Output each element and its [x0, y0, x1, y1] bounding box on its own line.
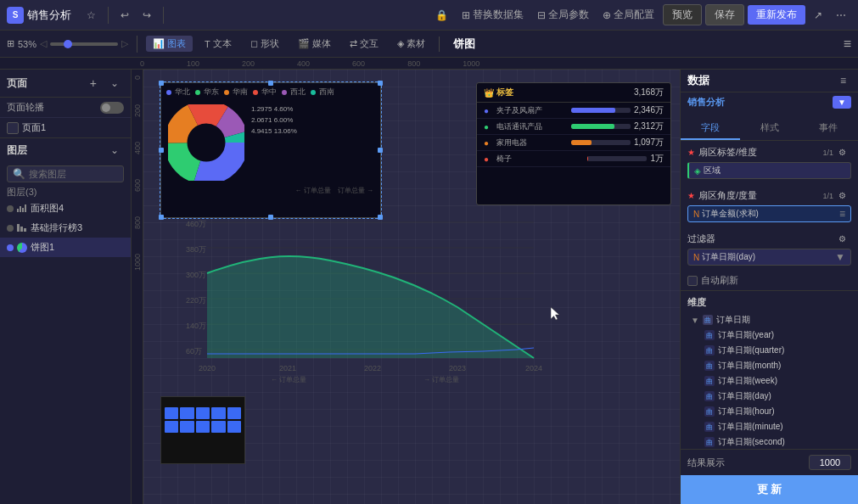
canvas-area[interactable]: 0 200 400 600 800 1000	[132, 70, 680, 504]
sidebar-pages-header: 页面 + ⌄	[0, 70, 131, 98]
undo-button[interactable]: ↩	[115, 8, 134, 23]
interaction-type-btn[interactable]: ⇄ 交互	[343, 36, 385, 52]
thumb-cell-1	[165, 407, 178, 419]
preview-button[interactable]: 预览	[663, 4, 702, 25]
dim-sub-icon: 曲	[704, 330, 715, 340]
rp-data-source: 销售分析	[687, 96, 725, 109]
cat-icon: ●	[484, 106, 492, 115]
segment-label-field-badge[interactable]: ◈ 区域	[687, 162, 851, 179]
cat-bar-bg	[587, 156, 647, 161]
auto-refresh-checkbox[interactable]	[687, 276, 698, 286]
auto-refresh-row[interactable]: 自动刷新	[681, 271, 858, 290]
rp-segment-label-section: ★ 扇区标签/维度 1/1 ⚙ ◈ 区域	[681, 141, 858, 184]
text-type-btn[interactable]: T 文本	[198, 36, 238, 52]
layer-item-bar[interactable]: 基础排行榜3	[0, 218, 131, 238]
ruler-v-tick-200: 200	[133, 103, 142, 119]
layer-item-area[interactable]: 面积图4	[0, 199, 131, 218]
global-param-button[interactable]: ⊟ 全局参数	[532, 6, 594, 24]
save-button[interactable]: 保存	[705, 4, 744, 25]
sep2	[163, 7, 164, 24]
material-type-btn[interactable]: ◈ 素材	[390, 36, 432, 52]
more-button[interactable]: ⋯	[831, 8, 851, 23]
lock-button[interactable]: 🔒	[430, 8, 453, 23]
segment-label-count: 1/1	[822, 148, 833, 157]
dim-sub-item[interactable]: 曲 订单日期(year)	[704, 328, 851, 343]
layer-item-pie[interactable]: 饼图1	[0, 238, 131, 257]
table-cat: ● 椅子	[484, 154, 587, 165]
star-button[interactable]: ☆	[81, 8, 101, 23]
page-menu-btn[interactable]: ⌄	[105, 75, 124, 92]
add-page-btn[interactable]: +	[85, 75, 102, 92]
rp-scroll-area[interactable]: ★ 扇区标签/维度 1/1 ⚙ ◈ 区域 ★ 扇区角度/度量 1/1 ⚙	[681, 141, 858, 449]
page-roll-toggle[interactable]	[100, 102, 124, 114]
table-header-val: 3,168万	[634, 87, 664, 98]
pie-chart-panel[interactable]: 华北 华东 华南 华中 西北 西南	[160, 82, 381, 218]
publish-button[interactable]: 重新发布	[748, 5, 805, 25]
panel-more-btn[interactable]: ≡	[844, 36, 851, 52]
filter-edit-btn[interactable]: ⚙	[833, 232, 851, 245]
sep1	[108, 7, 109, 24]
layer-dot-area	[7, 205, 14, 212]
segment-label-row: ★ 扇区标签/维度 1/1 ⚙	[687, 146, 851, 159]
shape-type-btn[interactable]: ◻ 形状	[244, 36, 286, 52]
dim-sub-item[interactable]: 曲 订单日期(quarter)	[704, 343, 851, 358]
svg-text:460万: 460万	[186, 220, 206, 228]
page1-icon	[7, 122, 19, 134]
dim-sub-item[interactable]: 曲 订单日期(month)	[704, 358, 851, 373]
redo-button[interactable]: ↪	[137, 8, 156, 23]
rp-segment-angle-section: ★ 扇区角度/度量 1/1 ⚙ N 订单金额(求和) ≡	[681, 184, 858, 227]
cat-value-group: 2,312万	[571, 120, 664, 132]
svg-text:→ 订单总量: → 订单总量	[423, 376, 459, 384]
dim-sub-label: 订单日期(hour)	[718, 406, 775, 417]
dim-expand-icon[interactable]: ▼	[691, 316, 699, 325]
svg-text:2022: 2022	[364, 364, 381, 372]
main-layout: 页面 + ⌄ 页面轮播 页面1 图层 ⌄ 🔍	[0, 70, 858, 504]
legend-dot-1	[166, 90, 171, 95]
layers-controls: ⌄	[105, 143, 124, 158]
rp-data-panel: 销售分析 ▼	[681, 92, 858, 117]
result-input[interactable]	[809, 455, 851, 470]
filter-chip[interactable]: N 订单日期(day) ▼	[687, 249, 851, 266]
dim-sub-item[interactable]: 曲 订单日期(day)	[704, 389, 851, 404]
sel-handle-mr[interactable]	[378, 148, 383, 153]
replace-data-button[interactable]: ⊞ 替换数据集	[457, 6, 529, 24]
ruler-tick-0: 0	[140, 59, 144, 69]
segment-angle-edit-btn[interactable]: ⚙	[833, 189, 851, 202]
layers-section: 图层 ⌄ 🔍 图层(3) 面积图4	[0, 137, 131, 504]
segment-angle-row: ★ 扇区角度/度量 1/1 ⚙	[687, 189, 851, 202]
rp-tab-style[interactable]: 样式	[740, 117, 799, 140]
legend-dot-5	[282, 90, 287, 95]
table-cat: ● 家用电器	[484, 137, 571, 148]
external-link-button[interactable]: ↗	[809, 8, 827, 23]
cat-bar-fill	[571, 140, 592, 145]
segment-angle-field-badge[interactable]: N 订单金额(求和) ≡	[687, 205, 851, 222]
collapse-layers-btn[interactable]: ⌄	[105, 143, 124, 158]
media-type-btn[interactable]: 🎬 媒体	[291, 36, 338, 52]
rp-tab-field[interactable]: 字段	[681, 117, 740, 140]
rp-tabs: 字段 样式 事件	[681, 117, 858, 141]
layer-name-pie: 饼图1	[31, 241, 54, 254]
page1-item[interactable]: 页面1	[0, 118, 131, 137]
chart-type-btn[interactable]: 📊 图表	[146, 36, 193, 52]
layer-search-input[interactable]	[29, 169, 118, 179]
ranking-table-panel[interactable]: 👑 标签 3,168万 ● 夹子及风扇产 2,346万	[476, 82, 671, 205]
dim-sub-item[interactable]: 曲 订单日期(second)	[704, 434, 851, 449]
sel-handle-tr[interactable]	[378, 81, 383, 86]
rp-header-btn1[interactable]: ≡	[835, 73, 851, 88]
sel-handle-ml[interactable]	[159, 148, 164, 153]
rp-data-select-btn[interactable]: ▼	[833, 96, 851, 109]
global-config-button[interactable]: ⊕ 全局配置	[597, 6, 659, 24]
dim-item-order-date[interactable]: ▼ 曲 订单日期	[691, 312, 851, 328]
dim-sub-item[interactable]: 曲 订单日期(minute)	[704, 419, 851, 434]
line-chart-panel[interactable]: 460万 380万 300万 220万 140万 60万	[160, 214, 542, 384]
segment-label-edit-btn[interactable]: ⚙	[833, 146, 851, 159]
rp-tab-event[interactable]: 事件	[799, 117, 858, 140]
dim-sub-item[interactable]: 曲 订单日期(hour)	[704, 404, 851, 419]
zoom-slider[interactable]	[50, 42, 118, 46]
dim-sub-item[interactable]: 曲 订单日期(week)	[704, 373, 851, 389]
sel-handle-tc[interactable]	[268, 81, 273, 86]
canvas-content: 华北 华东 华南 华中 西北 西南	[143, 70, 680, 504]
update-button[interactable]: 更 新	[681, 475, 858, 504]
layer-search-box[interactable]: 🔍	[7, 165, 124, 182]
sel-handle-tl[interactable]	[159, 81, 164, 86]
